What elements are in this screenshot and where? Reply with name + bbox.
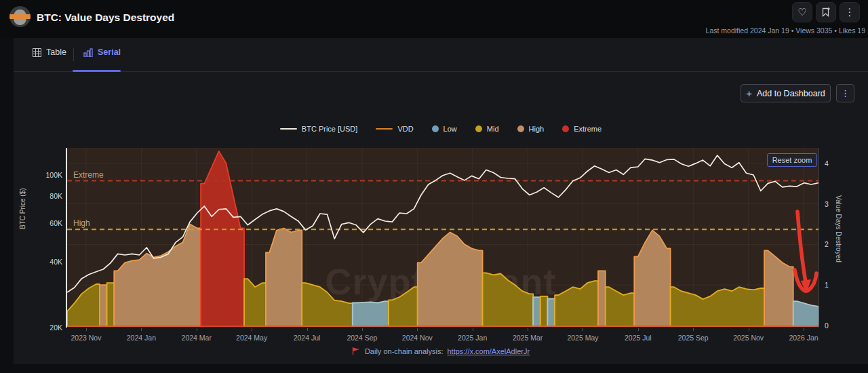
legend-line-swatch xyxy=(280,128,297,130)
x-tick-label: 2025 Mar xyxy=(504,334,551,342)
vdd-area-high xyxy=(114,224,201,327)
x-tick-mark xyxy=(749,328,749,331)
vdd-area-low xyxy=(353,301,389,326)
vdd-price-chart[interactable] xyxy=(67,148,818,328)
bar-chart-icon xyxy=(83,48,93,57)
avatar[interactable] xyxy=(9,6,31,27)
legend-item-mid[interactable]: Mid xyxy=(475,125,499,133)
vdd-area-mid xyxy=(244,279,266,326)
x-tick-mark xyxy=(86,328,87,331)
add-to-dashboard-label: Add to Dashboard xyxy=(757,89,825,98)
reset-zoom-button[interactable]: Reset zoom xyxy=(767,153,817,167)
vdd-area-mid xyxy=(302,283,353,326)
table-icon xyxy=(33,48,41,57)
page-title: BTC: Value Days Destroyed xyxy=(37,12,174,24)
vdd-area-mid xyxy=(671,287,765,326)
x-tick-mark xyxy=(638,328,639,331)
legend-label: Extreme xyxy=(574,125,601,133)
x-tick-mark xyxy=(141,328,142,331)
x-tick-label: 2023 Nov xyxy=(62,334,110,342)
vdd-area-high xyxy=(100,285,107,326)
x-tick-label: 2024 May xyxy=(228,334,275,342)
x-tick-label: 2025 May xyxy=(559,334,606,342)
price-tick-40k: 40K xyxy=(28,258,62,266)
avatar-orange-band xyxy=(9,14,31,19)
legend-label: High xyxy=(529,125,545,133)
like-button[interactable]: ♡ xyxy=(792,2,812,22)
vdd-tick-3: 3 xyxy=(825,200,829,208)
price-tick-80k: 80K xyxy=(28,192,62,200)
x-tick-mark xyxy=(693,328,694,331)
x-tick-label: 2024 Sep xyxy=(338,334,386,342)
x-tick-label: 2025 Nov xyxy=(725,334,772,342)
x-tick-mark xyxy=(362,328,363,331)
vdd-area-high xyxy=(418,233,483,327)
price-tick-60k: 60K xyxy=(28,219,62,227)
legend-label: Mid xyxy=(487,125,499,133)
right-axis-line xyxy=(818,148,819,328)
reset-zoom-label: Reset zoom xyxy=(772,156,812,164)
legend-item-vdd[interactable]: VDD xyxy=(376,125,413,133)
x-tick-label: 2025 Sep xyxy=(669,334,717,342)
add-to-dashboard-button[interactable]: + Add to Dashboard xyxy=(741,84,831,102)
price-axis-label: BTC Price ($) xyxy=(19,188,26,229)
tab-bar: Table Serial xyxy=(14,38,868,72)
vdd-area-mid xyxy=(389,287,418,326)
vdd-area-high xyxy=(598,271,606,326)
vdd-tick-0: 0 xyxy=(825,321,829,330)
x-tick-mark xyxy=(804,328,804,331)
x-tick-label: 2024 Nov xyxy=(393,334,441,342)
more-button[interactable]: ⋮ xyxy=(840,2,860,22)
vdd-area-mid xyxy=(606,287,635,326)
chart-legend: BTC Price [USD]VDDLowMidHighExtreme xyxy=(14,125,868,133)
vdd-area-mid xyxy=(67,284,100,326)
x-tick-label: 2024 Jul xyxy=(283,334,331,342)
kebab-menu-icon: ⋮ xyxy=(845,6,855,18)
vdd-area-mid xyxy=(483,273,534,326)
tab-serial[interactable]: Serial xyxy=(83,47,121,57)
legend-label: BTC Price [USD] xyxy=(302,125,358,133)
legend-dot-swatch xyxy=(475,125,482,132)
save-button[interactable] xyxy=(816,2,836,22)
chart-options-button[interactable]: ⋮ xyxy=(836,84,854,102)
x-tick-mark xyxy=(417,328,418,331)
x-tick-mark xyxy=(473,328,473,331)
vdd-area-high xyxy=(266,229,302,327)
legend-line-swatch xyxy=(376,128,393,130)
x-tick-label: 2025 Jan xyxy=(449,334,496,342)
active-tab-underline xyxy=(73,70,121,72)
legend-dot-swatch xyxy=(517,125,524,132)
footer-link[interactable]: https://x.com/AxelAdlerJr xyxy=(447,347,530,355)
plus-icon: + xyxy=(746,87,752,99)
x-tick-mark xyxy=(197,328,197,331)
tab-serial-label: Serial xyxy=(98,47,121,57)
vdd-area-mid xyxy=(540,296,548,326)
vdd-area-low xyxy=(533,297,540,326)
left-axis-line xyxy=(66,148,67,328)
footer-text: Daily on-chain analysis: xyxy=(365,347,443,355)
heart-icon: ♡ xyxy=(797,6,806,18)
vdd-tick-4: 4 xyxy=(825,159,829,168)
legend-item-high[interactable]: High xyxy=(517,125,545,133)
price-tick-20k: 20K xyxy=(28,323,62,332)
legend-item-btc-price-usd-[interactable]: BTC Price [USD] xyxy=(280,125,358,133)
top-bar: BTC: Value Days Destroyed ♡ ⋮ Last modif… xyxy=(0,0,868,38)
extreme-threshold-label: Extreme xyxy=(73,170,104,180)
page: BTC: Value Days Destroyed ♡ ⋮ Last modif… xyxy=(0,0,868,373)
legend-item-low[interactable]: Low xyxy=(432,125,457,133)
x-tick-mark xyxy=(583,328,583,331)
x-tick-mark xyxy=(528,328,528,331)
kebab-menu-icon: ⋮ xyxy=(841,88,850,98)
bookmark-add-icon xyxy=(821,7,831,18)
vdd-area-low xyxy=(547,299,555,327)
vdd-tick-2: 2 xyxy=(825,240,829,248)
tab-divider xyxy=(73,48,74,61)
vdd-axis-label: Value Days Destroyed xyxy=(835,195,842,262)
legend-item-extreme[interactable]: Extreme xyxy=(562,125,601,133)
tab-table[interactable]: Table xyxy=(33,47,66,57)
legend-label: VDD xyxy=(397,125,413,133)
legend-dot-swatch xyxy=(562,125,569,132)
chart-card: Table Serial + Add to Dashboard ⋮ BTC Pr… xyxy=(14,38,868,364)
legend-dot-swatch xyxy=(432,125,439,132)
vdd-area-mid xyxy=(107,283,115,326)
